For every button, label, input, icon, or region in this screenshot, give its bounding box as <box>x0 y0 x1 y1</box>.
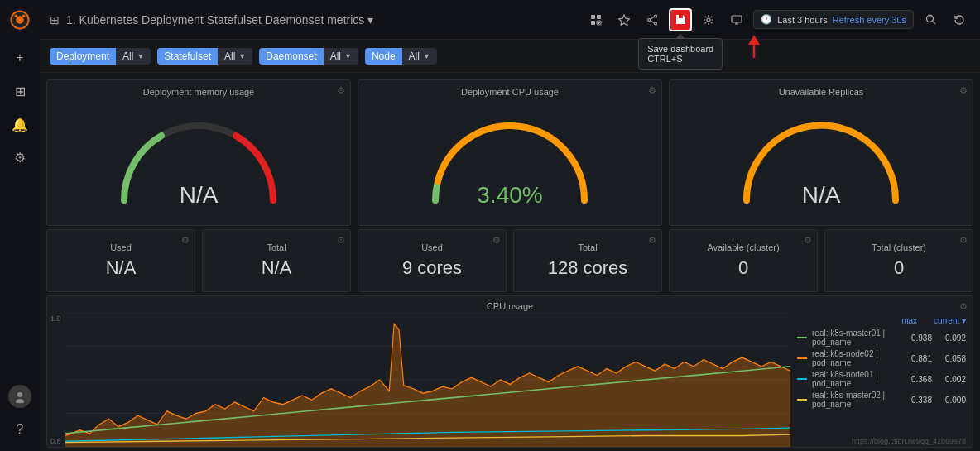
memory-panel: Deployment memory usage ⚙ N/A <box>46 79 351 226</box>
cpu-panel-title: Deployment CPU usage <box>358 80 661 100</box>
deployment-filter[interactable]: Deployment All ▼ <box>50 48 151 65</box>
legend-name-0: real: k8s-master01 | pod_name <box>812 329 898 347</box>
stat-panels-row: ⚙ Used N/A ⚙ Total N/A ⚙ Used 9 cores ⚙ … <box>43 229 977 295</box>
legend-current-2: 0.002 <box>937 375 966 384</box>
svg-rect-6 <box>591 15 595 19</box>
chart-title: CPU usage <box>47 296 973 313</box>
memory-panel-title: Deployment memory usage <box>47 80 350 100</box>
svg-point-5 <box>16 399 24 403</box>
time-range-label: Last 3 hours <box>777 15 828 25</box>
chart-gear[interactable]: ⚙ <box>959 301 968 312</box>
legend-item-2[interactable]: real: k8s-node01 | pod_name 0.368 0.002 <box>797 370 966 388</box>
replicas-gauge-value: N/A <box>802 182 841 209</box>
watermark: https://blog.csdn.net/qq_42869878 <box>852 437 966 445</box>
stat-gear-2[interactable]: ⚙ <box>492 235 501 246</box>
chart-body: 1.0 0.8 <box>47 313 973 447</box>
legend-color-0 <box>797 337 807 338</box>
svg-point-22 <box>926 16 933 22</box>
save-button-wrapper: Save dashboard CTRL+S <box>669 8 692 31</box>
svg-line-17 <box>651 20 655 22</box>
cpu-panel-content: 3.40% <box>358 100 661 225</box>
content-area: Deployment memory usage ⚙ N/A <box>40 73 980 451</box>
replicas-panel-gear[interactable]: ⚙ <box>959 85 968 96</box>
stat-panel-used-cores: ⚙ Used 9 cores <box>358 229 507 292</box>
svg-point-3 <box>22 15 26 17</box>
tv-mode-button[interactable] <box>725 8 748 31</box>
legend-color-3 <box>797 399 807 401</box>
stat-panel-used-mem: ⚙ Used N/A <box>46 229 195 292</box>
legend-color-2 <box>797 378 807 380</box>
add-panel-icon[interactable]: + <box>5 43 35 73</box>
memory-gauge: N/A <box>108 109 290 217</box>
stat-gear-5[interactable]: ⚙ <box>959 235 968 246</box>
stat-panel-total-cores: ⚙ Total 128 cores <box>513 229 662 292</box>
filter-bar: Deployment All ▼ Statefulset All ▼ Daemo… <box>40 40 980 73</box>
legend-item-0[interactable]: real: k8s-master01 | pod_name 0.938 0.09… <box>797 329 966 347</box>
dashboard-title: 1. Kubernetes Deployment Statefulset Dae… <box>66 13 578 26</box>
dashboard-icon[interactable]: ⊞ <box>5 76 35 106</box>
stat-gear-4[interactable]: ⚙ <box>804 235 812 246</box>
cpu-chart-panel: CPU usage ⚙ 1.0 0.8 <box>46 295 973 448</box>
svg-point-18 <box>707 18 710 22</box>
chart-svg <box>65 313 790 447</box>
node-filter[interactable]: Node All ▼ <box>365 48 437 65</box>
daemonset-filter[interactable]: Daemonset All ▼ <box>259 48 358 65</box>
legend-current-0: 0.092 <box>937 333 966 343</box>
panel-grid-icon: ⊞ <box>50 13 60 26</box>
svg-rect-7 <box>597 15 601 19</box>
stat-gear-0[interactable]: ⚙ <box>181 235 190 246</box>
svg-point-2 <box>15 15 17 17</box>
topbar-actions: Save dashboard CTRL+S <box>584 8 970 31</box>
refresh-label: Refresh every 30s <box>833 15 906 25</box>
user-avatar[interactable] <box>8 385 31 408</box>
replicas-panel-title: Unavailable Replicas <box>670 80 973 100</box>
svg-point-1 <box>16 16 23 23</box>
svg-rect-19 <box>732 16 742 22</box>
legend-max-0: 0.938 <box>903 333 932 343</box>
legend-name-3: real: k8s-master02 | pod_name <box>812 391 898 409</box>
replicas-panel: Unavailable Replicas ⚙ N/A <box>669 79 973 226</box>
stat-gear-1[interactable]: ⚙ <box>337 235 345 246</box>
svg-line-23 <box>932 22 935 25</box>
svg-marker-25 <box>748 35 760 45</box>
search-button[interactable] <box>919 8 942 31</box>
save-dashboard-button[interactable] <box>669 8 692 31</box>
memory-panel-gear[interactable]: ⚙ <box>337 85 345 96</box>
stat-panel-available-cluster: ⚙ Available (cluster) 0 <box>669 229 818 292</box>
legend-current-1: 0.058 <box>937 354 966 363</box>
time-range-picker[interactable]: 🕐 Last 3 hours Refresh every 30s <box>753 10 914 29</box>
legend-name-2: real: k8s-node01 | pod_name <box>812 370 898 388</box>
grafana-logo[interactable] <box>7 7 33 33</box>
legend-item-1[interactable]: real: k8s-node02 | pod_name 0.881 0.058 <box>797 349 966 367</box>
add-panel-button[interactable] <box>584 8 608 31</box>
statefulset-filter[interactable]: Statefulset All ▼ <box>157 48 252 65</box>
topbar: ⊞ 1. Kubernetes Deployment Statefulset D… <box>40 0 980 40</box>
bell-icon[interactable]: 🔔 <box>5 109 35 139</box>
dashboard-settings-button[interactable] <box>697 8 720 31</box>
replicas-panel-content: N/A <box>670 100 973 225</box>
legend-max-2: 0.368 <box>903 375 932 384</box>
cpu-gauge-value: 3.40% <box>477 182 542 209</box>
svg-line-16 <box>651 17 655 19</box>
cpu-panel-gear[interactable]: ⚙ <box>648 85 656 96</box>
help-icon[interactable]: ? <box>5 415 35 444</box>
main-content: ⊞ 1. Kubernetes Deployment Statefulset D… <box>40 0 980 451</box>
clock-icon: 🕐 <box>761 14 772 25</box>
stat-gear-3[interactable]: ⚙ <box>648 235 656 246</box>
svg-rect-8 <box>591 21 595 25</box>
stat-panel-total-cluster: ⚙ Total (cluster) 0 <box>824 229 973 292</box>
legend-item-3[interactable]: real: k8s-master02 | pod_name 0.338 0.00… <box>797 391 966 409</box>
star-button[interactable] <box>612 8 636 31</box>
legend-max-1: 0.881 <box>903 354 932 363</box>
share-button[interactable] <box>641 8 664 31</box>
svg-point-15 <box>648 18 651 21</box>
svg-point-13 <box>655 15 657 17</box>
svg-point-4 <box>17 392 22 397</box>
replicas-gauge: N/A <box>730 109 912 217</box>
cpu-panel: Deployment CPU usage ⚙ 3.40% <box>358 79 662 226</box>
settings-nav-icon[interactable]: ⚙ <box>5 142 35 172</box>
legend-max-3: 0.338 <box>903 396 932 405</box>
legend-color-1 <box>797 357 807 359</box>
refresh-button[interactable] <box>947 8 970 31</box>
legend-name-1: real: k8s-node02 | pod_name <box>812 349 898 367</box>
